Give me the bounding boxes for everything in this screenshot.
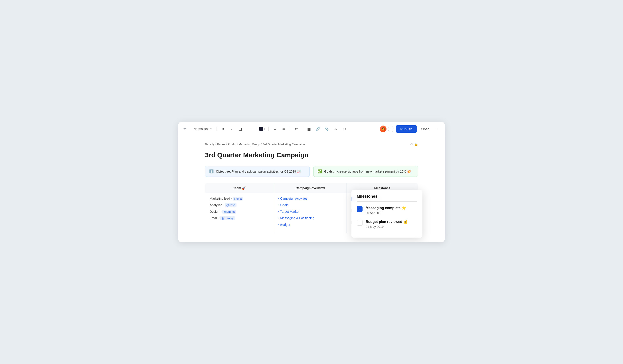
logo-icon: ✦ [183, 126, 187, 132]
info-cards: ℹ️ Objective: Plan and track campaign ac… [205, 166, 418, 177]
align-button[interactable]: ≡▾ [293, 125, 300, 132]
publish-button[interactable]: Publish [396, 125, 417, 133]
goals-text: Goals: Increase signups from new market … [324, 170, 411, 173]
bold-button[interactable]: B [220, 125, 226, 132]
milestones-popup: Milestones ✓ Messaging complete ⭐ 30 Apr… [352, 190, 423, 237]
team-cell: Marketing lead - @Mia Analytics - @Jose … [205, 193, 274, 233]
content-area: Banc.ly / Pages / Product Marketing Grou… [178, 136, 445, 242]
text-style-chevron: ▾ [210, 128, 212, 130]
breadcrumb-part-3: Product Marketing Group [228, 143, 260, 146]
italic-button[interactable]: I [228, 125, 235, 132]
tag-icon[interactable]: 🏷 [410, 143, 413, 146]
popup-milestone-date-1: 30 Apr 2019 [366, 211, 406, 215]
breadcrumb-actions: 🏷 🔓 [410, 143, 418, 146]
popup-milestone-text-1: Messaging complete ⭐ 30 Apr 2019 [366, 206, 406, 215]
goals-card: ✅ Goals: Increase signups from new marke… [313, 166, 418, 177]
popup-milestone-1: ✓ Messaging complete ⭐ 30 Apr 2019 [357, 206, 417, 215]
text-style-label: Normal text [194, 127, 209, 131]
more-format-button[interactable]: ··· [246, 125, 253, 132]
divider-1 [217, 127, 217, 131]
milestones-popup-title: Milestones [357, 194, 417, 202]
goals-icon: ✅ [317, 169, 322, 173]
link-target-market[interactable]: Target Market [278, 209, 342, 215]
objective-text: Objective: Plan and track campaign activ… [216, 170, 301, 173]
link-campaign-activities[interactable]: Campaign Activities [278, 195, 342, 202]
popup-milestone-date-2: 01 May 2019 [366, 225, 408, 229]
popup-check-2[interactable] [357, 220, 362, 226]
list-item: Design - @Emma [210, 209, 269, 215]
bullet-list-button[interactable]: ≡ [271, 125, 278, 132]
avatar-group: 👩 + [379, 125, 394, 133]
team-list: Marketing lead - @Mia Analytics - @Jose … [210, 195, 269, 222]
mention-emma[interactable]: @Emma [222, 210, 236, 214]
attachment-button[interactable]: 📎 [323, 125, 330, 132]
link-button[interactable]: 🔗 [314, 125, 321, 132]
divider-2 [256, 127, 256, 131]
text-style-selector[interactable]: Normal text ▾ [191, 126, 214, 132]
add-collaborator-button[interactable]: + [388, 126, 394, 132]
underline-button[interactable]: U [237, 125, 244, 132]
objective-icon: ℹ️ [209, 169, 214, 173]
color-button[interactable]: ▾ [259, 125, 266, 132]
list-item: Marketing lead - @Mia [210, 195, 269, 202]
color-chevron: ▾ [264, 128, 265, 130]
page-title: 3rd Quarter Marketing Campaign [205, 151, 418, 159]
close-button[interactable]: Close [419, 125, 432, 133]
numbered-list-button[interactable]: ≣ [280, 125, 287, 132]
emoji-button[interactable]: ☺ [332, 125, 339, 132]
link-budget[interactable]: Budget [278, 222, 342, 228]
mention-harvey[interactable]: @Harvey [220, 216, 235, 220]
col-team: Team 🚀 [205, 183, 274, 193]
divider-4 [290, 127, 290, 131]
divider-3 [268, 127, 269, 131]
breadcrumb-part-4: 3rd Quarter Marketing Campaign [263, 143, 305, 146]
col-campaign: Campaign overview [274, 183, 347, 193]
breadcrumb: Banc.ly / Pages / Product Marketing Grou… [205, 143, 418, 146]
divider-5 [303, 127, 303, 131]
avatar: 👩 [379, 125, 387, 133]
breadcrumb-part-2: Pages [217, 143, 225, 146]
mention-jose[interactable]: @Jose [225, 203, 237, 207]
editor-container: ✦ Normal text ▾ B I U ··· ▾ ≡ ≣ ≡▾ ▦ 🔗 📎… [178, 122, 445, 242]
popup-check-1[interactable]: ✓ [357, 206, 362, 212]
insert-button[interactable]: +▾ [341, 125, 348, 132]
lock-icon[interactable]: 🔓 [414, 143, 418, 146]
mention-mia[interactable]: @Mia [233, 197, 243, 200]
campaign-links: Campaign Activities Goals Target Market … [278, 195, 342, 228]
table-outer: Team 🚀 Campaign overview Milestones Mark… [205, 183, 418, 233]
table-button[interactable]: ▦ [306, 125, 312, 132]
link-goals[interactable]: Goals [278, 202, 342, 208]
more-options-button[interactable]: ··· [433, 126, 440, 132]
avatar-image: 👩 [380, 126, 386, 132]
objective-card: ℹ️ Objective: Plan and track campaign ac… [205, 166, 310, 177]
toolbar-right: 👩 + Publish Close ··· [379, 125, 440, 133]
breadcrumb-part-1: Banc.ly [205, 143, 215, 146]
popup-milestone-name-1: Messaging complete ⭐ [366, 206, 406, 211]
toolbar: ✦ Normal text ▾ B I U ··· ▾ ≡ ≣ ≡▾ ▦ 🔗 📎… [178, 122, 445, 136]
popup-milestone-text-2: Budget plan reviewed 💰 01 May 2019 [366, 219, 408, 229]
list-item: Email - @Harvey [210, 215, 269, 221]
list-item: Analytics - @Jose [210, 202, 269, 208]
link-messaging[interactable]: Messaging & Positioning [278, 215, 342, 221]
campaign-cell: Campaign Activities Goals Target Market … [274, 193, 347, 233]
color-swatch [259, 127, 263, 131]
popup-milestone-2: Budget plan reviewed 💰 01 May 2019 [357, 219, 417, 229]
popup-milestone-name-2: Budget plan reviewed 💰 [366, 219, 408, 224]
